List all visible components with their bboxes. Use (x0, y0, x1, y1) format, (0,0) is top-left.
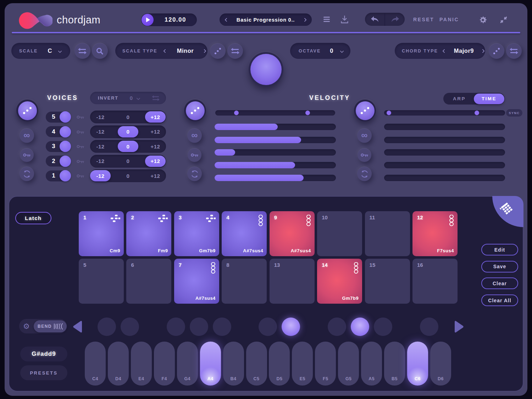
scale-search-button[interactable] (92, 43, 108, 59)
white-key-D6[interactable]: D6 (430, 342, 451, 386)
white-key-C5[interactable]: C5 (246, 342, 267, 386)
white-key-D4[interactable]: D4 (108, 342, 129, 386)
white-key-A5[interactable]: A5 (361, 342, 382, 386)
velocity-slider-handle-2[interactable] (305, 111, 310, 115)
reset-button[interactable]: RESET (413, 17, 434, 22)
black-key-F#4[interactable] (167, 317, 185, 336)
chord-type-swap-button[interactable] (506, 43, 522, 59)
time-slider-handle-2[interactable] (475, 111, 479, 115)
pad-9[interactable]: 9A#7sus4 (270, 211, 315, 256)
clear-button[interactable]: Clear (481, 277, 518, 289)
white-key-C4[interactable]: C4 (85, 342, 106, 386)
keyboard-scroll-left-button[interactable] (73, 321, 83, 333)
voice-lock-button[interactable] (77, 145, 84, 148)
pad-8[interactable]: 8 (222, 259, 267, 304)
pad-11[interactable]: 11 (365, 211, 410, 256)
black-key-A#5[interactable] (374, 317, 392, 336)
black-key-D#4[interactable] (121, 317, 139, 336)
tab-arp[interactable]: ARP (443, 93, 475, 105)
time-bar-1[interactable] (384, 124, 505, 130)
time-loop-button[interactable]: ∞ (357, 128, 372, 143)
voice-lock-button[interactable] (77, 130, 84, 134)
edit-button[interactable]: Edit (481, 244, 518, 255)
time-slider-handle-1[interactable] (387, 111, 391, 115)
velocity-range-slider[interactable] (215, 110, 335, 116)
pad-16[interactable]: 16 (412, 259, 458, 304)
voice-octave-option[interactable]: -12 (88, 140, 113, 153)
time-cycle-button[interactable] (357, 167, 372, 181)
preset-name[interactable]: Basic Progression 0.. (237, 17, 295, 23)
velocity-slider-handle-1[interactable] (234, 111, 239, 115)
scale-type-random-button[interactable] (210, 43, 226, 59)
scale-swap-button[interactable] (74, 43, 90, 59)
pad-7[interactable]: 7A#7sus4 (174, 259, 219, 304)
velocity-loop-button[interactable]: ∞ (187, 128, 202, 143)
voice-octave-selected[interactable]: +12 (145, 156, 166, 167)
keyboard-gear-icon[interactable]: ⚙ (23, 322, 30, 331)
voice-2-toggle[interactable]: 2 (46, 156, 71, 167)
collapse-window-icon[interactable] (500, 17, 507, 23)
settings-gear-icon[interactable] (479, 16, 487, 24)
velocity-bar-5[interactable] (215, 175, 336, 181)
pad-3[interactable]: 3Gm7b9 (174, 211, 219, 256)
voice-octave-option[interactable]: -12 (88, 155, 113, 168)
save-button[interactable]: Save (481, 261, 518, 272)
black-key-G#4[interactable] (190, 317, 208, 336)
black-key-F#5[interactable] (328, 317, 346, 336)
voice-octave-option[interactable]: +12 (143, 125, 168, 138)
voice-on-indicator[interactable] (60, 141, 71, 152)
redo-button[interactable] (385, 13, 405, 26)
pad-10[interactable]: 10 (317, 211, 362, 256)
white-key-F4[interactable]: F4 (154, 342, 175, 386)
voice-octave-option[interactable]: -12 (88, 125, 113, 138)
black-key-G#5[interactable] (351, 317, 369, 336)
black-key-A#4[interactable] (213, 317, 231, 336)
scale-type-prev-icon[interactable] (163, 49, 167, 53)
time-range-slider[interactable] (384, 110, 505, 116)
voice-on-indicator[interactable] (60, 126, 71, 137)
scale-control[interactable]: SCALE C (11, 43, 70, 59)
white-key-E4[interactable]: E4 (131, 342, 152, 386)
white-key-B4[interactable]: B4 (223, 342, 244, 386)
velocity-bar-3[interactable] (215, 149, 336, 156)
voices-cycle-button[interactable] (20, 167, 34, 181)
velocity-bar-2[interactable] (215, 137, 336, 143)
black-key-C#4[interactable] (98, 317, 116, 336)
velocity-lock-button[interactable] (188, 148, 201, 162)
velocity-bar-4[interactable] (215, 162, 336, 168)
tab-time[interactable]: TIME (474, 94, 504, 104)
preset-prev-icon[interactable] (225, 18, 228, 22)
velocity-bar-1[interactable] (215, 124, 336, 130)
bend-toggle[interactable]: BEND (34, 320, 67, 332)
panic-button[interactable]: PANIC (439, 17, 459, 22)
voice-octave-selected[interactable]: +12 (145, 111, 166, 123)
voice-1-toggle[interactable]: 1 (46, 170, 71, 181)
white-key-G5[interactable]: G5 (338, 342, 359, 386)
time-bar-2[interactable] (384, 137, 505, 143)
pad-2[interactable]: 2Fm9 (126, 211, 171, 256)
chord-type-next-icon[interactable] (481, 49, 484, 53)
white-key-A4[interactable]: A4 (200, 342, 221, 386)
keyboard-scroll-right-button[interactable] (454, 321, 464, 333)
voice-5-toggle[interactable]: 5 (46, 112, 71, 123)
time-bar-5[interactable] (384, 175, 505, 181)
latch-button[interactable]: Latch (15, 212, 51, 224)
voice-lock-button[interactable] (77, 174, 84, 178)
pad-1[interactable]: 1Cm9 (79, 211, 124, 256)
pad-12[interactable]: 12F7sus4 (412, 211, 458, 256)
time-bar-3[interactable] (384, 149, 505, 156)
voice-octave-option[interactable]: +12 (143, 169, 168, 182)
voice-octave-selected[interactable]: 0 (118, 141, 138, 152)
scale-type-value[interactable]: Minor (174, 47, 196, 54)
pad-13[interactable]: 13 (270, 259, 315, 304)
voice-octave-option[interactable]: -12 (88, 111, 113, 123)
octave-control[interactable]: OCTAVE 0 (290, 43, 350, 59)
white-key-G4[interactable]: G4 (177, 342, 198, 386)
velocity-randomize-button[interactable] (184, 100, 206, 122)
voices-loop-button[interactable]: ∞ (20, 128, 34, 143)
time-bar-4[interactable] (384, 162, 505, 168)
pad-6[interactable]: 6 (126, 259, 171, 304)
scale-type-next-icon[interactable] (202, 49, 206, 53)
voice-lock-button[interactable] (77, 115, 84, 119)
menu-icon[interactable] (323, 17, 330, 22)
